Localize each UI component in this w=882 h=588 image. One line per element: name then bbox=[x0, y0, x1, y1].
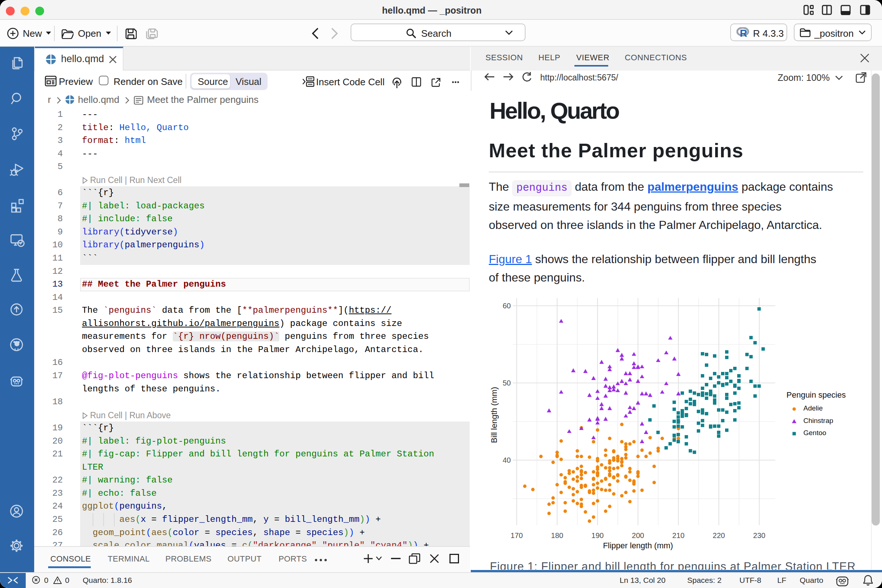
svg-text:60: 60 bbox=[503, 302, 511, 310]
svg-text:190: 190 bbox=[591, 531, 603, 540]
svg-text:R: R bbox=[740, 28, 747, 38]
svg-text:170: 170 bbox=[510, 531, 523, 540]
svg-text:50: 50 bbox=[503, 379, 511, 387]
svg-text:Gentoo: Gentoo bbox=[803, 429, 826, 436]
svg-text:Chinstrap: Chinstrap bbox=[803, 417, 833, 424]
svg-text:210: 210 bbox=[672, 531, 684, 540]
svg-text:Flipper length (mm): Flipper length (mm) bbox=[603, 541, 673, 550]
svg-text:180: 180 bbox=[551, 531, 563, 540]
svg-text:Bill length (mm): Bill length (mm) bbox=[489, 387, 499, 443]
svg-text:40: 40 bbox=[503, 456, 511, 464]
svg-text:Penguin species: Penguin species bbox=[786, 390, 846, 399]
svg-text:220: 220 bbox=[712, 531, 725, 540]
svg-text:200: 200 bbox=[632, 531, 644, 540]
svg-text:230: 230 bbox=[753, 531, 765, 540]
svg-text:Adelie: Adelie bbox=[803, 404, 823, 412]
